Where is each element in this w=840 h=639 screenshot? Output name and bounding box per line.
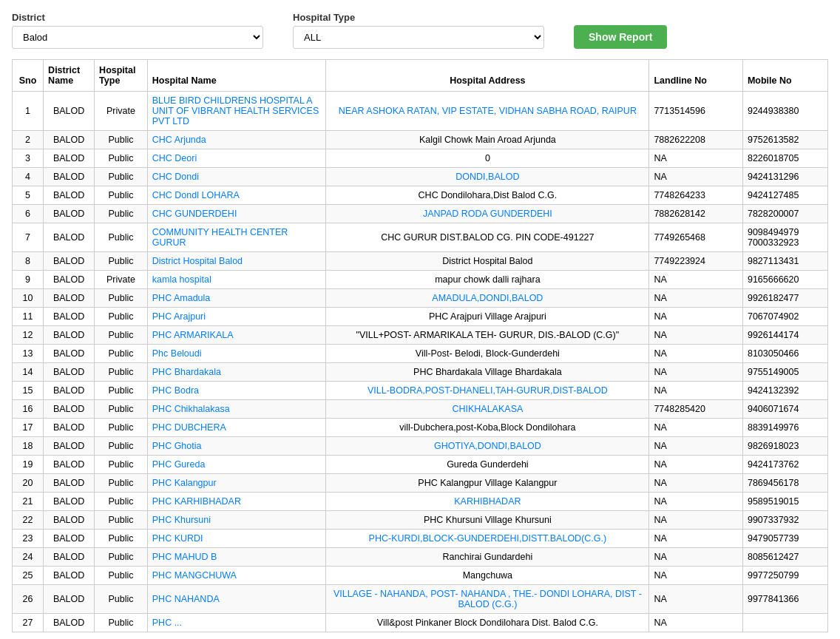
cell-district: BALOD — [44, 456, 95, 474]
table-row: 13BALODPublicPhc BeloudiVill-Post- Belod… — [13, 345, 828, 363]
cell-mobile: 9479057739 — [742, 530, 827, 548]
cell-sno: 23 — [13, 530, 44, 548]
cell-district: BALOD — [44, 474, 95, 493]
cell-address: Mangchuwa — [326, 567, 649, 585]
cell-type: Public — [95, 548, 148, 567]
cell-type: Public — [95, 168, 148, 186]
cell-address: PHC Kalangpur Village Kalangpur — [326, 474, 649, 493]
cell-district: BALOD — [44, 493, 95, 511]
cell-type: Private — [95, 92, 148, 131]
table-row: 19BALODPublicPHC GuredaGureda Gunderdehi… — [13, 456, 828, 474]
cell-landline: NA — [649, 326, 743, 345]
cell-type: Public — [95, 456, 148, 474]
cell-type: Public — [95, 614, 148, 632]
cell-address: Ranchirai Gundardehi — [326, 548, 649, 567]
cell-address: JANPAD RODA GUNDERDEHI — [326, 205, 649, 223]
cell-type: Public — [95, 326, 148, 345]
table-row: 12BALODPublicPHC ARMARIKALA"VILL+POST- A… — [13, 326, 828, 345]
cell-type: Public — [95, 437, 148, 456]
cell-sno: 20 — [13, 474, 44, 493]
cell-mobile: 9926182477 — [742, 289, 827, 308]
table-row: 18BALODPublicPHC GhotiaGHOTIYA,DONDI,BAL… — [13, 437, 828, 456]
cell-mobile: 7869456178 — [742, 474, 827, 493]
cell-sno: 16 — [13, 400, 44, 419]
cell-address: PHC Khursuni Village Khursuni — [326, 511, 649, 530]
table-header-row: Sno District Name Hospital Type Hospital… — [13, 60, 828, 92]
cell-landline: NA — [649, 419, 743, 437]
filter-row: District Balod Hospital Type ALLPrivateP… — [12, 12, 828, 49]
cell-district: BALOD — [44, 308, 95, 326]
cell-district: BALOD — [44, 511, 95, 530]
cell-name: CHC Deori — [147, 149, 326, 168]
cell-district: BALOD — [44, 614, 95, 632]
table-row: 7BALODPublicCOMMUNITY HEALTH CENTER GURU… — [13, 223, 828, 252]
cell-sno: 1 — [13, 92, 44, 131]
cell-landline: NA — [649, 567, 743, 585]
cell-type: Private — [95, 271, 148, 289]
cell-address: NEAR ASHOKA RATAN, VIP ESTATE, VIDHAN SA… — [326, 92, 649, 131]
cell-name: CHC Dondi — [147, 168, 326, 186]
cell-mobile: 9752613582 — [742, 131, 827, 149]
cell-sno: 24 — [13, 548, 44, 567]
cell-name: PHC MANGCHUWA — [147, 567, 326, 585]
cell-name: PHC Gureda — [147, 456, 326, 474]
cell-name: PHC Khursuni — [147, 511, 326, 530]
cell-landline: NA — [649, 289, 743, 308]
cell-landline: NA — [649, 493, 743, 511]
cell-mobile: 9589519015 — [742, 493, 827, 511]
cell-type: Public — [95, 567, 148, 585]
cell-type: Public — [95, 530, 148, 548]
cell-name: PHC NAHANDA — [147, 585, 326, 614]
cell-district: BALOD — [44, 168, 95, 186]
cell-name: District Hospital Balod — [147, 252, 326, 271]
show-report-button[interactable]: Show Report — [574, 25, 667, 49]
cell-sno: 19 — [13, 456, 44, 474]
cell-type: Public — [95, 474, 148, 493]
cell-name: PHC Chikhalakasa — [147, 400, 326, 419]
cell-name: CHC Dondl LOHARA — [147, 186, 326, 205]
table-row: 2BALODPublicCHC ArjundaKalgil Chowk Main… — [13, 131, 828, 149]
cell-address: CHIKHALAKASA — [326, 400, 649, 419]
table-row: 15BALODPublicPHC BodraVILL-BODRA,POST-DH… — [13, 382, 828, 400]
district-select[interactable]: Balod — [12, 26, 263, 49]
cell-sno: 3 — [13, 149, 44, 168]
cell-landline: NA — [649, 363, 743, 382]
table-row: 27BALODPublicPHC ...Vill&post Pinkaner B… — [13, 614, 828, 632]
cell-mobile: 9907337932 — [742, 511, 827, 530]
table-row: 1BALODPrivateBLUE BIRD CHILDRENS HOSPITA… — [13, 92, 828, 131]
cell-type: Public — [95, 223, 148, 252]
cell-name: PHC MAHUD B — [147, 548, 326, 567]
table-row: 10BALODPublicPHC AmadulaAMADULA,DONDI,BA… — [13, 289, 828, 308]
cell-mobile: 9926144174 — [742, 326, 827, 345]
cell-name: BLUE BIRD CHILDRENS HOSPITAL A UNIT OF V… — [147, 92, 326, 131]
cell-address: DONDI,BALOD — [326, 168, 649, 186]
cell-landline: 7748285420 — [649, 400, 743, 419]
cell-mobile — [742, 614, 827, 632]
cell-sno: 15 — [13, 382, 44, 400]
table-row: 4BALODPublicCHC DondiDONDI,BALODNA942413… — [13, 168, 828, 186]
cell-name: PHC Arajpuri — [147, 308, 326, 326]
cell-district: BALOD — [44, 548, 95, 567]
cell-type: Public — [95, 363, 148, 382]
hospital-type-select[interactable]: ALLPrivatePublic — [293, 26, 544, 49]
cell-address: GHOTIYA,DONDI,BALOD — [326, 437, 649, 456]
header-hospital-name: Hospital Name — [147, 60, 326, 92]
cell-mobile: 9827113431 — [742, 252, 827, 271]
table-row: 26BALODPublicPHC NAHANDAVILLAGE - NAHAND… — [13, 585, 828, 614]
cell-type: Public — [95, 511, 148, 530]
cell-mobile: 8085612427 — [742, 548, 827, 567]
cell-sno: 13 — [13, 345, 44, 363]
cell-name: PHC ARMARIKALA — [147, 326, 326, 345]
cell-address: Gureda Gunderdehi — [326, 456, 649, 474]
cell-type: Public — [95, 289, 148, 308]
cell-district: BALOD — [44, 205, 95, 223]
header-hospital-address: Hospital Address — [326, 60, 649, 92]
cell-district: BALOD — [44, 223, 95, 252]
cell-name: PHC Amadula — [147, 289, 326, 308]
cell-mobile: 8226018705 — [742, 149, 827, 168]
table-row: 9BALODPrivatekamla hospitalmapur chowk d… — [13, 271, 828, 289]
cell-district: BALOD — [44, 530, 95, 548]
cell-address: PHC Arajpuri Village Arajpuri — [326, 308, 649, 326]
cell-address: mapur chowk dalli rajhara — [326, 271, 649, 289]
cell-district: BALOD — [44, 437, 95, 456]
